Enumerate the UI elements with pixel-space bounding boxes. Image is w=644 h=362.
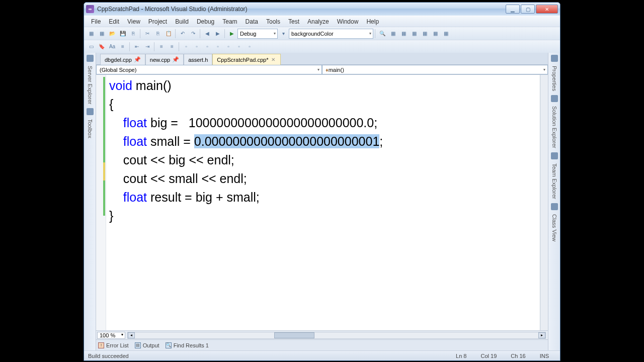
output-icon: ▤ — [135, 342, 141, 348]
tool-icon-5[interactable]: ▦ — [430, 29, 440, 39]
cut-icon[interactable]: ✂ — [142, 29, 152, 39]
status-insert-mode: INS — [533, 353, 556, 359]
menu-build[interactable]: Build — [171, 17, 193, 27]
tool-icon[interactable]: ▦ — [388, 29, 398, 39]
error-list-tab[interactable]: !Error List — [98, 342, 129, 348]
minimize-button[interactable]: ▁ — [506, 5, 520, 14]
team-explorer-tab[interactable]: Team Explorer — [550, 160, 558, 202]
vertical-scrollbar[interactable] — [540, 75, 548, 330]
paste-icon[interactable]: 📋 — [164, 29, 174, 39]
menu-edit[interactable]: Edit — [105, 17, 123, 27]
toolbox-tab[interactable]: Toolbox — [86, 116, 94, 141]
t2-icon-3[interactable]: ▫ — [202, 42, 212, 52]
t2-icon-6[interactable]: ▫ — [234, 42, 244, 52]
menu-test[interactable]: Test — [284, 17, 303, 27]
tool-icon-3[interactable]: ▦ — [409, 29, 419, 39]
status-message: Build succeeded — [88, 353, 449, 359]
comment-icon[interactable]: ≡ — [156, 42, 167, 52]
toolbox-icon[interactable] — [87, 108, 94, 115]
left-side-panels: Server Explorer Toolbox — [84, 53, 96, 350]
t2-icon-7[interactable]: ▫ — [245, 42, 255, 52]
decrease-indent-icon[interactable]: ⇤ — [132, 42, 142, 52]
code-editor[interactable]: ⊟void main() { float big = 1000000000000… — [106, 75, 540, 330]
solution-explorer-icon[interactable] — [551, 95, 558, 102]
add-item-icon[interactable]: ▦ — [97, 29, 107, 39]
tab-assert[interactable]: assert.h — [184, 54, 212, 65]
text-editor-toolbar: ▭ 🔖 Aa ≡ ⇤ ⇥ ≡ ≡ ▫ ▫ ▫ ▫ ▫ ▫ ▫ — [84, 40, 560, 53]
team-explorer-icon[interactable] — [551, 152, 558, 159]
close-button[interactable]: ✕ — [536, 5, 558, 14]
nav-fwd-icon[interactable]: ▶ — [213, 29, 223, 39]
find-in-files-icon[interactable]: 🔍 — [377, 29, 387, 39]
t2-icon-1[interactable]: ▫ — [181, 42, 191, 52]
bookmark-icon[interactable]: 🔖 — [97, 42, 107, 52]
bottom-tool-tabs: !Error List ▤Output 🔍Find Results 1 — [96, 339, 548, 350]
display-icon[interactable]: Aa — [107, 42, 117, 52]
zoom-dropdown[interactable]: 100 % — [97, 332, 125, 339]
menu-analyze[interactable]: Analyze — [303, 17, 333, 27]
redo-icon[interactable]: ↷ — [188, 29, 198, 39]
properties-icon[interactable] — [551, 55, 558, 62]
menubar: File Edit View Project Build Debug Team … — [84, 16, 560, 27]
scroll-left-icon[interactable]: ◂ — [128, 332, 135, 338]
titlebar[interactable]: ∞ CppScratchPad - Microsoft Visual Studi… — [84, 3, 560, 16]
pin-icon[interactable]: 📌 — [134, 56, 141, 63]
menu-team[interactable]: Team — [218, 17, 241, 27]
window-title: CppScratchPad - Microsoft Visual Studio … — [97, 6, 506, 13]
t2-icon-5[interactable]: ▫ — [223, 42, 233, 52]
nav-back-icon[interactable]: ◀ — [202, 29, 212, 39]
scroll-right-icon[interactable]: ▸ — [538, 332, 545, 338]
menu-debug[interactable]: Debug — [193, 17, 218, 27]
save-icon[interactable]: 💾 — [118, 29, 128, 39]
tool-icon-4[interactable]: ▦ — [420, 29, 430, 39]
tab-cppscratchpad[interactable]: CppScratchPad.cpp*✕ — [212, 54, 281, 65]
menu-project[interactable]: Project — [144, 17, 171, 27]
t2-icon-4[interactable]: ▫ — [213, 42, 223, 52]
statusbar: Build succeeded Ln 8 Col 19 Ch 16 INS — [84, 350, 560, 360]
class-view-tab[interactable]: Class View — [550, 211, 558, 244]
menu-view[interactable]: View — [123, 17, 144, 27]
server-explorer-tab[interactable]: Server Explorer — [86, 63, 94, 107]
tool-icon-6[interactable]: ▦ — [441, 29, 451, 39]
horizontal-scrollbar[interactable]: ◂ ▸ — [127, 332, 546, 339]
uncomment-icon[interactable]: ≡ — [167, 42, 177, 52]
properties-tab[interactable]: Properties — [550, 63, 558, 94]
start-debug-icon[interactable]: ▶ — [227, 29, 237, 39]
menu-window[interactable]: Window — [333, 17, 363, 27]
increase-indent-icon[interactable]: ⇥ — [142, 42, 152, 52]
new-project-icon[interactable]: ▦ — [86, 29, 96, 39]
tab-new[interactable]: new.cpp📌 — [145, 54, 184, 65]
selected-text: 0.0000000000000000000000001 — [194, 134, 379, 148]
scroll-thumb[interactable] — [274, 332, 314, 338]
tab-dbgdel[interactable]: dbgdel.cpp📌 — [100, 54, 145, 65]
t2-icon-2[interactable]: ▫ — [192, 42, 202, 52]
menu-tools[interactable]: Tools — [262, 17, 284, 27]
menu-data[interactable]: Data — [242, 17, 262, 27]
find-results-icon: 🔍 — [166, 342, 172, 348]
copy-icon[interactable]: ⎘ — [153, 29, 163, 39]
maximize-button[interactable]: ▢ — [521, 5, 535, 14]
close-tab-icon[interactable]: ✕ — [270, 57, 276, 62]
config-dropdown[interactable]: Debug — [237, 29, 278, 39]
menu-help[interactable]: Help — [362, 17, 383, 27]
output-tab[interactable]: ▤Output — [135, 342, 159, 348]
save-all-icon[interactable]: ⎘ — [128, 29, 138, 39]
member-list-icon[interactable]: ≡ — [118, 42, 128, 52]
server-explorer-icon[interactable] — [87, 55, 94, 62]
scope-dropdown-left[interactable]: (Global Scope) — [96, 65, 322, 74]
open-icon[interactable]: 📂 — [107, 29, 117, 39]
solution-explorer-tab[interactable]: Solution Explorer — [550, 103, 558, 151]
undo-icon[interactable]: ↶ — [178, 29, 188, 39]
selection-icon[interactable]: ▭ — [86, 42, 96, 52]
class-view-icon[interactable] — [551, 203, 558, 210]
find-results-tab[interactable]: 🔍Find Results 1 — [166, 342, 209, 348]
scope-dropdown-right[interactable]: ♦ main() — [322, 65, 548, 74]
standard-toolbar: ▦ ▦ 📂 💾 ⎘ ✂ ⎘ 📋 ↶ ↷ ◀ ▶ ▶ Debug ▾ backgr… — [84, 27, 560, 40]
pin-icon[interactable]: 📌 — [172, 56, 179, 63]
tool-icon-2[interactable]: ▦ — [398, 29, 409, 39]
app-icon: ∞ — [86, 5, 94, 13]
menu-file[interactable]: File — [87, 17, 105, 27]
find-dropdown[interactable]: backgroundColor — [289, 29, 373, 39]
platform-icon[interactable]: ▾ — [278, 29, 288, 39]
status-ch: Ch 16 — [504, 353, 532, 359]
